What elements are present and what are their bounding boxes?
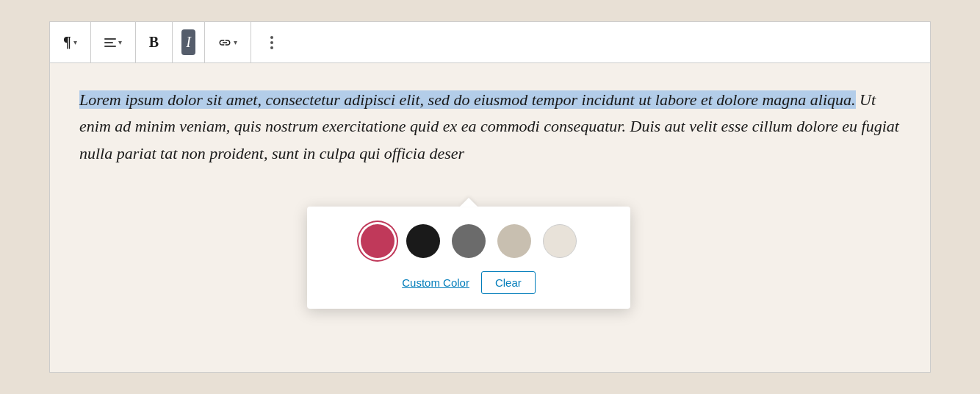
- paragraph-icon: ¶: [63, 34, 71, 51]
- link-chevron: ▾: [234, 38, 237, 46]
- link-icon: [218, 36, 231, 49]
- paragraph-group: ¶ ▾: [50, 22, 91, 62]
- selected-text: Lorem ipsum dolor sit amet, consectetur …: [79, 90, 856, 109]
- content-rest-2b: quid ex ea commodi consequatur. Duis aut: [410, 117, 685, 135]
- italic-button[interactable]: I: [181, 29, 195, 55]
- color-swatch-light-gray[interactable]: [497, 224, 531, 258]
- color-swatch-crimson[interactable]: [361, 224, 394, 258]
- italic-icon: I: [186, 34, 191, 51]
- link-group: ▾: [205, 22, 251, 62]
- content-rest-4b: tat non proident, sunt in culpa qui offi…: [160, 144, 464, 162]
- clear-button[interactable]: Clear: [481, 271, 536, 294]
- align-icon: [104, 38, 116, 47]
- align-chevron: ▾: [118, 38, 122, 46]
- align-group: ▾: [91, 22, 136, 62]
- color-swatch-cream[interactable]: [543, 224, 577, 258]
- bold-icon: B: [149, 34, 159, 51]
- content-paragraph: Lorem ipsum dolor sit amet, consectetur …: [79, 87, 901, 167]
- bold-group: B: [136, 22, 173, 62]
- color-popup: Custom Color Clear: [307, 207, 630, 309]
- editor-wrapper: ¶ ▾ ▾ B I: [49, 21, 931, 373]
- custom-color-button[interactable]: Custom Color: [402, 276, 469, 289]
- more-button[interactable]: [260, 26, 284, 60]
- color-swatch-gray[interactable]: [452, 224, 486, 258]
- more-group: [251, 22, 292, 62]
- paragraph-button[interactable]: ¶ ▾: [59, 29, 82, 55]
- color-swatches: [328, 224, 610, 258]
- italic-group: I: [173, 22, 205, 62]
- align-button[interactable]: ▾: [100, 34, 126, 51]
- popup-arrow: [460, 198, 478, 207]
- color-swatch-black[interactable]: [406, 224, 440, 258]
- bold-button[interactable]: B: [145, 29, 163, 55]
- editor-toolbar: ¶ ▾ ▾ B I: [50, 22, 930, 63]
- content-area: Lorem ipsum dolor sit amet, consectetur …: [50, 63, 930, 372]
- paragraph-chevron: ▾: [73, 38, 77, 46]
- more-icon: [264, 30, 279, 55]
- popup-actions: Custom Color Clear: [328, 271, 610, 294]
- link-button[interactable]: ▾: [214, 32, 242, 54]
